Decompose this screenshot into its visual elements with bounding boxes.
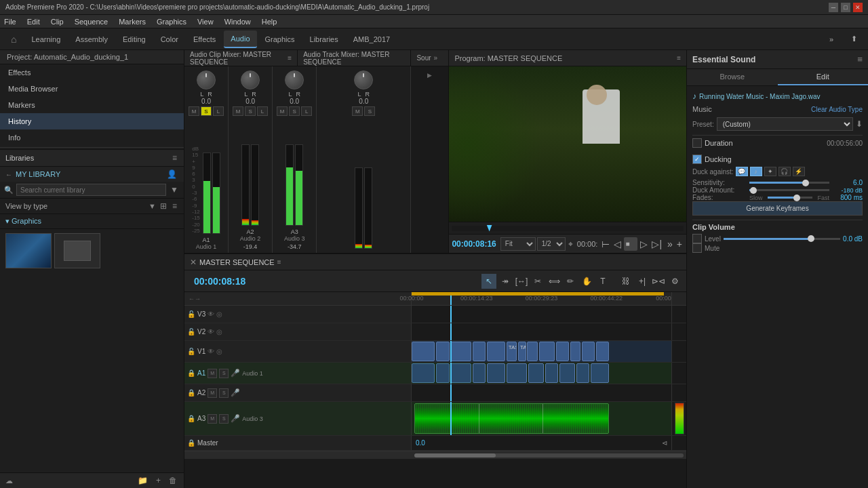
v1-lock-button[interactable]: 🔓 bbox=[187, 348, 195, 355]
ducking-checkbox[interactable]: ✓ bbox=[692, 155, 702, 164]
media-browser-item[interactable]: Media Browser bbox=[0, 81, 184, 97]
duck-ambience-icon[interactable]: 🎧 bbox=[778, 167, 791, 176]
v1-clip-3[interactable] bbox=[450, 342, 471, 361]
track-select-forward-tool[interactable]: ↠ bbox=[498, 274, 513, 289]
a1-clip-2[interactable] bbox=[436, 363, 449, 383]
v1-clip-2[interactable] bbox=[436, 342, 449, 361]
duration-checkbox[interactable] bbox=[692, 138, 702, 148]
selection-tool[interactable]: ↖ bbox=[481, 274, 496, 289]
timeline-settings-button[interactable]: ⚙ bbox=[667, 274, 682, 289]
v1-eye-button[interactable]: 👁 bbox=[208, 348, 214, 355]
panel-more-button[interactable]: » bbox=[434, 54, 438, 62]
linked-selection-button[interactable]: ⛓ bbox=[618, 274, 633, 289]
workspace-home-button[interactable]: ⌂ bbox=[4, 30, 23, 48]
v3-solo-button[interactable]: ◎ bbox=[216, 310, 222, 318]
menu-markers[interactable]: Markers bbox=[117, 18, 147, 26]
go-to-in-button[interactable]: ⊢ bbox=[600, 239, 611, 249]
a3-m-button[interactable]: M bbox=[277, 106, 288, 116]
browse-tab[interactable]: Browse bbox=[687, 69, 778, 85]
a1-clip-1[interactable] bbox=[412, 363, 435, 383]
a2-track-m-button[interactable]: M bbox=[208, 388, 217, 398]
duck-amount-thumb[interactable] bbox=[750, 187, 757, 194]
essential-sound-menu[interactable]: ≡ bbox=[857, 54, 863, 64]
menu-help[interactable]: Help bbox=[260, 18, 279, 26]
workspace-editing-tab[interactable]: Editing bbox=[116, 30, 153, 48]
razor-tool[interactable]: ✂ bbox=[530, 274, 545, 289]
level-slider[interactable] bbox=[724, 238, 840, 240]
v1-clip-6[interactable]: TAS_Garde bbox=[507, 342, 517, 361]
fades-slider[interactable] bbox=[768, 197, 813, 199]
a1-s-button[interactable]: S bbox=[201, 106, 212, 116]
menu-window[interactable]: Window bbox=[223, 18, 252, 26]
a1-clip-9[interactable] bbox=[559, 363, 575, 383]
a1-clip-11[interactable] bbox=[591, 363, 609, 383]
a3-track-m-button[interactable]: M bbox=[208, 414, 217, 424]
workspace-audio-tab[interactable]: Audio bbox=[224, 30, 256, 48]
close-button[interactable]: ✕ bbox=[853, 3, 863, 12]
quality-select[interactable]: 1/2 Full bbox=[537, 237, 566, 251]
v1-clip-1[interactable] bbox=[412, 342, 435, 361]
v2-solo-button[interactable]: ◎ bbox=[216, 328, 222, 336]
a1-clip-7[interactable] bbox=[528, 363, 544, 383]
a1-clip-8[interactable] bbox=[545, 363, 558, 383]
duck-sfx-icon[interactable]: ✦ bbox=[764, 167, 776, 176]
library-user-icon[interactable]: 👤 bbox=[165, 169, 178, 179]
ta1-m-button[interactable]: M bbox=[352, 106, 363, 116]
menu-view[interactable]: View bbox=[196, 18, 215, 26]
generate-keyframes-button[interactable]: Generate Keyframes bbox=[692, 201, 863, 216]
a3-s-button[interactable]: S bbox=[289, 106, 300, 116]
view-list-button[interactable]: ⊞ bbox=[159, 201, 168, 211]
mute-checkbox[interactable] bbox=[692, 243, 702, 253]
v1-clip-5[interactable] bbox=[487, 342, 505, 361]
preset-select[interactable]: (Custom) Balanced Music Podcast Music bbox=[717, 117, 853, 131]
v3-lock-button[interactable]: 🔓 bbox=[187, 310, 195, 318]
v1-clip-13[interactable] bbox=[596, 342, 609, 361]
v1-clip-11[interactable] bbox=[570, 342, 580, 361]
a1-track-s-button[interactable]: S bbox=[219, 369, 229, 378]
snap-button[interactable]: ⊳⊲ bbox=[651, 274, 666, 289]
a2-mic-button[interactable]: 🎤 bbox=[231, 388, 240, 397]
a2-m-button[interactable]: M bbox=[233, 106, 243, 116]
duck-dialogue-icon[interactable]: 💬 bbox=[736, 167, 748, 176]
a1-clip-3[interactable] bbox=[450, 363, 471, 383]
fades-thumb[interactable] bbox=[793, 195, 800, 201]
add-item-button[interactable]: + bbox=[155, 476, 162, 485]
a1-clip-10[interactable] bbox=[576, 363, 589, 383]
delete-item-button[interactable]: 🗑 bbox=[167, 476, 178, 485]
v1-clip-12[interactable] bbox=[582, 342, 595, 361]
duck-other-icon[interactable]: ⚡ bbox=[793, 167, 805, 176]
v1-clip-8[interactable] bbox=[527, 342, 537, 361]
effects-item[interactable]: Effects bbox=[0, 64, 184, 81]
v1-clip-7[interactable]: TAS_G bbox=[518, 342, 526, 361]
hand-tool[interactable]: ✋ bbox=[579, 274, 594, 289]
workspace-assembly-tab[interactable]: Assembly bbox=[68, 30, 115, 48]
menu-clip[interactable]: Clip bbox=[50, 18, 65, 26]
step-forward-button[interactable]: ▷| bbox=[650, 239, 663, 249]
v2-lock-button[interactable]: 🔓 bbox=[187, 328, 195, 336]
workspace-learning-tab[interactable]: Learning bbox=[24, 30, 67, 48]
master-expand-button[interactable]: ⊲ bbox=[662, 439, 667, 447]
menu-edit[interactable]: Edit bbox=[26, 18, 41, 26]
search-input[interactable] bbox=[16, 184, 166, 196]
workspace-libraries-tab[interactable]: Libraries bbox=[303, 30, 345, 48]
level-checkbox[interactable] bbox=[692, 234, 702, 243]
history-item[interactable]: History bbox=[0, 113, 184, 129]
stop-button[interactable]: ■ bbox=[624, 237, 637, 251]
a1-pan-knob[interactable] bbox=[197, 70, 216, 89]
v1-solo-button[interactable]: ◎ bbox=[216, 348, 222, 355]
track-a1-pan[interactable] bbox=[354, 70, 373, 89]
playhead-marker[interactable] bbox=[487, 225, 492, 232]
a2-lock-button[interactable]: 🔒 bbox=[187, 389, 195, 396]
level-thumb[interactable] bbox=[808, 235, 814, 242]
a1-l-button[interactable]: L bbox=[213, 106, 224, 116]
a1-clip-6[interactable] bbox=[507, 363, 528, 383]
a3-music-clip[interactable] bbox=[414, 403, 609, 434]
add-folder-button[interactable]: 📁 bbox=[136, 476, 149, 485]
ta1-s-button[interactable]: S bbox=[364, 106, 375, 116]
sensitivity-slider[interactable] bbox=[749, 182, 829, 184]
master-lock-button[interactable]: 🔒 bbox=[187, 439, 195, 447]
a1-track-m-button[interactable]: M bbox=[208, 369, 217, 378]
workspace-graphics-tab[interactable]: Graphics bbox=[258, 30, 302, 48]
sequence-menu-button[interactable]: ≡ bbox=[277, 258, 281, 266]
v1-clip-4[interactable] bbox=[473, 342, 486, 361]
